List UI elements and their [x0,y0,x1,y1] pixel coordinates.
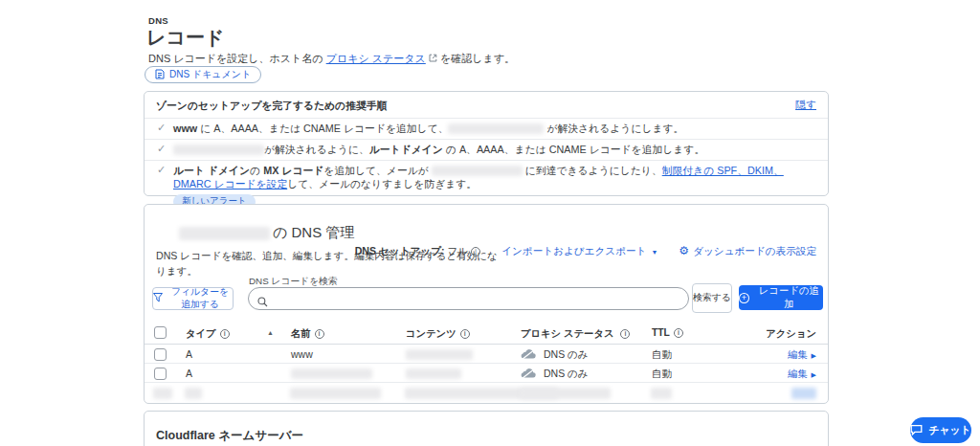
setup-step-3: ✓ ルート ドメインの MX レコードを追加して、メールが に到達できるようにし… [145,160,828,196]
step3-bold2: MX レコード [263,165,323,176]
nameserver-card: Cloudflare ネームサーバー [144,411,829,446]
external-link-icon [429,53,437,64]
step2-text2: の A、AAAA、または CNAME レコードを追加します。 [443,144,704,155]
info-icon [471,247,480,256]
proxy-status-link[interactable]: プロキシ ステータス [326,53,426,64]
proxy-status-cell: DNS のみ [521,368,589,381]
step2-bold: ルートドメイン [369,144,443,155]
plus-circle-icon [739,293,749,303]
info-icon [315,329,324,339]
check-icon: ✓ [157,164,166,176]
search-icon [257,294,268,311]
redacted-domain [173,145,264,155]
setup-step-2: ✓ が解決されるように、ルートドメイン の A、AAAA、または CNAME レ… [145,139,828,160]
proxy-status-value: DNS のみ [544,348,589,362]
record-type: A [186,368,192,379]
step1-suffix: が解決されるようにします。 [544,123,683,134]
record-ttl: 自動 [652,348,672,362]
column-header-type[interactable]: タイプ [186,327,230,341]
add-filter-button[interactable]: フィルターを追加する [152,287,234,310]
edit-record-link[interactable]: 編集 [788,368,816,379]
chat-button[interactable]: チャット [910,417,971,443]
dns-management-card: の DNS 管理 DNS レコードを確認、追加、編集します。編集内容は保存すると… [144,204,829,404]
proxy-status-cell: DNS のみ [521,348,589,362]
column-header-ttl[interactable]: TTL [652,327,683,338]
column-header-actions: アクション [766,327,816,341]
filter-funnel-icon [153,293,163,304]
row-checkbox[interactable] [154,368,167,380]
dashboard-display-settings-label: ダッシュボードの表示設定 [693,245,816,256]
info-icon [620,329,630,339]
import-export-menu[interactable]: インポートおよびエクスポート [501,245,657,258]
step3-text2: を追加して、メールが [323,165,432,176]
redacted-record-content [406,368,461,379]
gear-icon: ⚙ [679,244,689,257]
edit-record-link[interactable]: 編集 [788,349,816,360]
page-title: レコード [146,25,224,51]
table-row: A DNS のみ 自動 編集 [145,364,828,383]
info-icon [674,328,683,338]
column-header-content[interactable]: コンテンツ [406,327,470,341]
records-table-header: タイプ ▲ 名前 コンテンツ プロキシ ステータス TTL アクション [145,323,828,345]
dns-setup-value: フル [447,245,468,256]
step3-text1: の [250,165,263,176]
column-header-name[interactable]: 名前 [291,327,324,341]
dashboard-display-settings-link[interactable]: ⚙ダッシュボードの表示設定 [679,244,816,258]
column-header-proxy[interactable]: プロキシ ステータス [521,327,630,341]
table-row-redacted [145,383,828,403]
add-record-button[interactable]: レコードの追加 [739,285,823,310]
dns-docs-button[interactable]: DNS ドキュメント [145,66,261,83]
select-all-checkbox[interactable] [154,326,167,339]
dns-only-cloud-icon [521,348,537,362]
redacted-domain [448,123,544,134]
redacted-zone-name [179,227,270,240]
record-type: A [186,348,192,360]
hide-link[interactable]: 隠す [795,99,816,112]
redacted-cell [185,388,202,399]
redacted-cell [791,388,816,399]
search-input[interactable] [274,289,676,308]
redacted-record-content [406,348,473,360]
redacted-record-name [291,368,372,379]
redacted-cell [651,388,672,399]
record-ttl: 自動 [652,368,672,381]
page-subtitle-suffix: を確認します。 [440,53,515,64]
add-record-label: レコードの追加 [755,284,823,311]
dns-meta-row: DNS セットアップ: フル インポートおよびエクスポート ⚙ダッシュボードの表… [355,244,816,258]
page-subtitle: DNS レコードを設定し、ホスト名の プロキシ ステータス を確認します。 [148,52,515,66]
redacted-cell [290,388,381,399]
step1-text: に A、AAAA、または CNAME レコードを追加して、 [197,123,448,134]
info-icon [220,329,230,339]
dns-setup-label: DNS セットアップ: [355,245,445,256]
setup-step-1: ✓ www に A、AAAA、または CNAME レコードを追加して、 が解決さ… [145,118,828,139]
zone-setup-title: ゾーンのセットアップを完了するための推奨手順 [156,100,387,113]
page-subtitle-text: DNS レコードを設定し、ホスト名の [148,53,326,64]
info-icon [460,329,470,339]
redacted-domain [432,166,523,176]
chat-bubble-icon [910,424,923,437]
step3-text3: に到達できるようにしたり、 [523,165,662,176]
proxy-status-value: DNS のみ [544,368,589,381]
step3-text4: して、メールのなりすましを防ぎます。 [287,178,477,190]
step2-text1: が解決されるように、 [264,144,369,155]
document-icon [155,69,165,81]
sort-asc-icon[interactable]: ▲ [267,329,274,336]
check-icon: ✓ [157,143,166,155]
nameserver-card-title: Cloudflare ネームサーバー [156,428,303,444]
table-row: A www DNS のみ 自動 編集 [145,345,828,364]
check-icon: ✓ [157,122,166,134]
step3-bold1: ルート ドメイン [173,165,250,176]
redacted-cell [153,388,172,399]
redacted-cell [520,388,611,399]
row-checkbox[interactable] [154,348,167,361]
step1-bold: www [173,123,197,134]
chat-button-label: チャット [928,424,970,437]
dns-only-cloud-icon [521,368,537,381]
add-filter-label: フィルターを追加する [167,286,233,311]
dns-docs-button-label: DNS ドキュメント [169,68,251,81]
search-box [248,287,689,310]
record-name: www [291,348,313,360]
dns-management-title: の DNS 管理 [273,224,354,242]
search-button[interactable]: 検索する [692,283,732,313]
dns-setup-status: DNS セットアップ: フル [355,245,480,258]
